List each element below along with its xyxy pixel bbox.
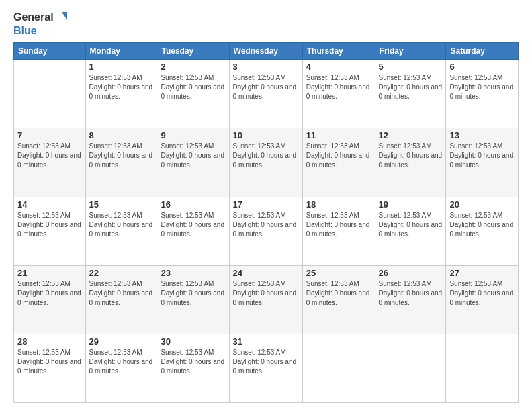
day-number: 12 (379, 130, 443, 140)
day-number: 26 (379, 268, 443, 278)
day-info: Sunset: 12:53 AMDaylight: 0 hours and 0 … (306, 142, 371, 170)
day-info: Sunset: 12:53 AMDaylight: 0 hours and 0 … (161, 73, 225, 101)
day-info: Sunset: 12:53 AMDaylight: 0 hours and 0 … (449, 73, 515, 101)
day-number: 14 (17, 199, 82, 210)
logo-blue-text: Blue (13, 24, 69, 37)
calendar-cell (302, 334, 375, 402)
svg-marker-0 (62, 12, 67, 20)
weekday-wednesday: Wednesday (229, 43, 302, 60)
calendar: SundayMondayTuesdayWednesdayThursdayFrid… (13, 42, 519, 403)
calendar-cell: 31Sunset: 12:53 AMDaylight: 0 hours and … (229, 334, 302, 402)
day-number: 1 (89, 62, 154, 72)
day-number: 24 (233, 268, 299, 278)
day-info: Sunset: 12:53 AMDaylight: 0 hours and 0 … (233, 348, 299, 376)
calendar-cell: 3Sunset: 12:53 AMDaylight: 0 hours and 0… (229, 60, 302, 128)
day-info: Sunset: 12:53 AMDaylight: 0 hours and 0 … (233, 73, 299, 101)
day-info: Sunset: 12:53 AMDaylight: 0 hours and 0 … (233, 142, 299, 170)
weekday-sunday: Sunday (14, 43, 86, 60)
day-number: 21 (17, 268, 82, 278)
day-number: 4 (306, 62, 371, 72)
day-info: Sunset: 12:53 AMDaylight: 0 hours and 0 … (17, 211, 82, 239)
day-number: 19 (379, 199, 443, 210)
day-info: Sunset: 12:53 AMDaylight: 0 hours and 0 … (449, 142, 515, 170)
calendar-cell (446, 334, 519, 402)
calendar-cell: 20Sunset: 12:53 AMDaylight: 0 hours and … (446, 197, 519, 265)
day-info: Sunset: 12:53 AMDaylight: 0 hours and 0 … (449, 279, 515, 308)
weekday-saturday: Saturday (446, 43, 519, 60)
day-number: 10 (233, 130, 299, 140)
day-number: 27 (449, 268, 515, 278)
calendar-cell: 21Sunset: 12:53 AMDaylight: 0 hours and … (14, 265, 86, 334)
day-number: 2 (161, 62, 225, 72)
calendar-cell: 8Sunset: 12:53 AMDaylight: 0 hours and 0… (85, 128, 157, 197)
day-info: Sunset: 12:53 AMDaylight: 0 hours and 0 … (449, 211, 515, 239)
weekday-header-row: SundayMondayTuesdayWednesdayThursdayFrid… (14, 43, 519, 60)
calendar-cell: 2Sunset: 12:53 AMDaylight: 0 hours and 0… (157, 60, 229, 128)
day-info: Sunset: 12:53 AMDaylight: 0 hours and 0 … (161, 279, 225, 308)
day-info: Sunset: 12:53 AMDaylight: 0 hours and 0 … (161, 211, 225, 239)
calendar-cell: 23Sunset: 12:53 AMDaylight: 0 hours and … (157, 265, 229, 334)
weekday-monday: Monday (85, 43, 157, 60)
day-info: Sunset: 12:53 AMDaylight: 0 hours and 0 … (379, 279, 443, 308)
day-number: 7 (17, 130, 82, 140)
day-number: 15 (89, 199, 154, 210)
page: General Blue SundayMondayTuesdayWednesda… (0, 0, 532, 411)
day-info: Sunset: 12:53 AMDaylight: 0 hours and 0 … (306, 73, 371, 101)
day-number: 31 (233, 336, 299, 347)
calendar-cell (14, 60, 86, 128)
calendar-cell: 12Sunset: 12:53 AMDaylight: 0 hours and … (375, 128, 446, 197)
calendar-cell: 18Sunset: 12:53 AMDaylight: 0 hours and … (302, 197, 375, 265)
day-number: 16 (161, 199, 225, 210)
weekday-thursday: Thursday (302, 43, 375, 60)
calendar-cell: 30Sunset: 12:53 AMDaylight: 0 hours and … (157, 334, 229, 402)
week-row-3: 21Sunset: 12:53 AMDaylight: 0 hours and … (14, 265, 519, 334)
logo-general-text: General (13, 11, 54, 24)
calendar-cell: 4Sunset: 12:53 AMDaylight: 0 hours and 0… (302, 60, 375, 128)
logo-arrow-icon (55, 11, 69, 24)
day-number: 6 (449, 62, 515, 72)
day-info: Sunset: 12:53 AMDaylight: 0 hours and 0 … (89, 73, 154, 101)
day-number: 3 (233, 62, 299, 72)
day-info: Sunset: 12:53 AMDaylight: 0 hours and 0 … (161, 142, 225, 170)
day-info: Sunset: 12:53 AMDaylight: 0 hours and 0 … (379, 142, 443, 170)
calendar-cell: 5Sunset: 12:53 AMDaylight: 0 hours and 0… (375, 60, 446, 128)
day-number: 22 (89, 268, 154, 278)
day-info: Sunset: 12:53 AMDaylight: 0 hours and 0 … (233, 279, 299, 308)
logo-container: General Blue (13, 11, 69, 37)
logo: General Blue (13, 11, 69, 37)
day-info: Sunset: 12:53 AMDaylight: 0 hours and 0 … (17, 142, 82, 170)
calendar-cell: 28Sunset: 12:53 AMDaylight: 0 hours and … (14, 334, 86, 402)
day-info: Sunset: 12:53 AMDaylight: 0 hours and 0 … (89, 211, 154, 239)
week-row-4: 28Sunset: 12:53 AMDaylight: 0 hours and … (14, 334, 519, 402)
calendar-cell: 10Sunset: 12:53 AMDaylight: 0 hours and … (229, 128, 302, 197)
day-number: 30 (161, 336, 225, 347)
calendar-cell: 27Sunset: 12:53 AMDaylight: 0 hours and … (446, 265, 519, 334)
day-number: 20 (449, 199, 515, 210)
calendar-cell: 25Sunset: 12:53 AMDaylight: 0 hours and … (302, 265, 375, 334)
calendar-cell: 11Sunset: 12:53 AMDaylight: 0 hours and … (302, 128, 375, 197)
day-number: 8 (89, 130, 154, 140)
calendar-cell: 13Sunset: 12:53 AMDaylight: 0 hours and … (446, 128, 519, 197)
calendar-cell: 16Sunset: 12:53 AMDaylight: 0 hours and … (157, 197, 229, 265)
calendar-cell: 22Sunset: 12:53 AMDaylight: 0 hours and … (85, 265, 157, 334)
calendar-cell: 1Sunset: 12:53 AMDaylight: 0 hours and 0… (85, 60, 157, 128)
calendar-cell: 14Sunset: 12:53 AMDaylight: 0 hours and … (14, 197, 86, 265)
day-number: 9 (161, 130, 225, 140)
day-info: Sunset: 12:53 AMDaylight: 0 hours and 0 … (379, 73, 443, 101)
calendar-cell: 15Sunset: 12:53 AMDaylight: 0 hours and … (85, 197, 157, 265)
calendar-cell: 7Sunset: 12:53 AMDaylight: 0 hours and 0… (14, 128, 86, 197)
day-number: 11 (306, 130, 371, 140)
day-info: Sunset: 12:53 AMDaylight: 0 hours and 0 … (89, 279, 154, 308)
calendar-cell: 26Sunset: 12:53 AMDaylight: 0 hours and … (375, 265, 446, 334)
calendar-cell (375, 334, 446, 402)
day-number: 23 (161, 268, 225, 278)
day-info: Sunset: 12:53 AMDaylight: 0 hours and 0 … (17, 279, 82, 308)
week-row-2: 14Sunset: 12:53 AMDaylight: 0 hours and … (14, 197, 519, 265)
day-number: 17 (233, 199, 299, 210)
weekday-friday: Friday (375, 43, 446, 60)
day-number: 29 (89, 336, 154, 347)
day-info: Sunset: 12:53 AMDaylight: 0 hours and 0 … (306, 279, 371, 308)
calendar-cell: 19Sunset: 12:53 AMDaylight: 0 hours and … (375, 197, 446, 265)
day-info: Sunset: 12:53 AMDaylight: 0 hours and 0 … (89, 348, 154, 376)
weekday-tuesday: Tuesday (157, 43, 229, 60)
